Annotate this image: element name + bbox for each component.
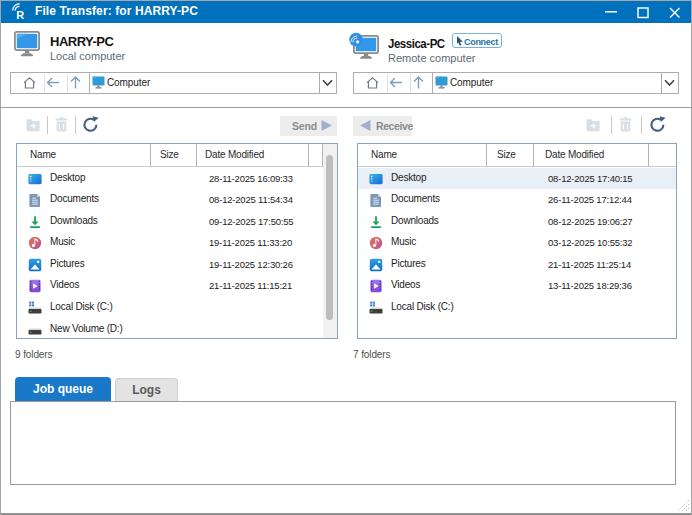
svg-text:R: R xyxy=(16,9,24,21)
